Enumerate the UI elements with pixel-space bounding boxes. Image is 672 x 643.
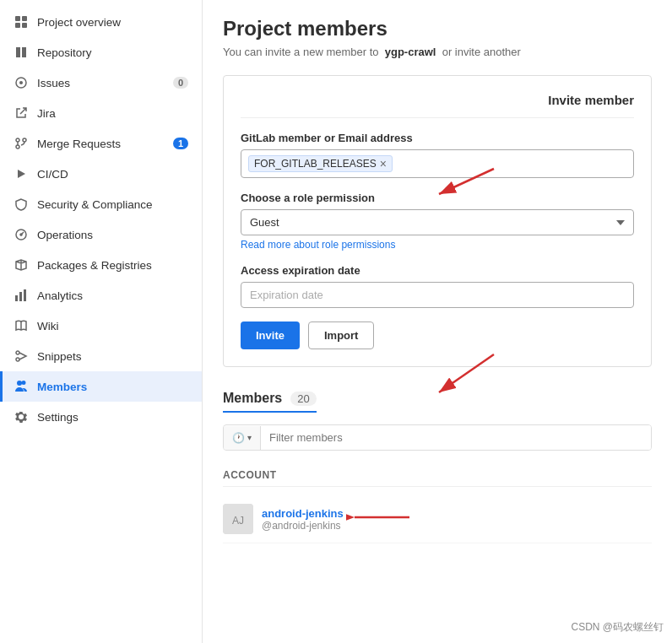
book-icon [14,45,29,60]
svg-point-10 [20,234,22,235]
tag-value: FOR_GITLAB_RELEASES [254,158,377,170]
svg-point-14 [16,351,19,354]
expiration-label: Access expiration date [241,264,634,277]
sidebar-label: Snippets [37,350,188,363]
chevron-down-icon: ▾ [247,433,252,442]
sidebar-label: Members [37,381,188,393]
sidebar-item-settings[interactable]: Settings [0,402,202,432]
sidebar-item-ci-cd[interactable]: CI/CD [0,159,202,189]
clock-icon: 🕐 [232,432,245,444]
sidebar-label: Repository [37,46,188,59]
sidebar-label: Jira [37,107,188,120]
sidebar-label: Operations [37,229,188,241]
role-input-group: Choose a role permission Guest Read more… [241,192,634,251]
member-tag[interactable]: FOR_GITLAB_RELEASES × [248,155,393,172]
sidebar: Project overview Repository Issues 0 Jir… [0,0,203,643]
svg-point-6 [16,138,19,142]
filter-icon-button[interactable]: 🕐 ▾ [224,426,261,450]
filter-row: 🕐 ▾ [223,424,652,451]
gauge-icon [14,227,29,242]
member-handle: @android-jenkins [262,520,652,532]
invite-card-title: Invite member [241,93,634,118]
sidebar-label: CI/CD [37,168,188,181]
sidebar-item-wiki[interactable]: Wiki [0,311,202,341]
svg-rect-1 [22,16,27,21]
tag-close-button[interactable]: × [380,158,387,170]
members-section-header: Members 20 [223,391,317,413]
member-name[interactable]: android-jenkins [262,507,652,520]
svg-text:AJ: AJ [232,515,244,527]
member-info: android-jenkins @android-jenkins [262,507,652,532]
svg-rect-13 [24,289,26,301]
read-more-link[interactable]: Read more about role permissions [241,239,634,251]
sidebar-label: Security & Compliance [37,198,188,211]
svg-rect-3 [22,23,27,28]
member-row: AJ android-jenkins @android-jenkins [223,495,652,543]
shield-icon [14,197,29,212]
sidebar-item-repository[interactable]: Repository [0,37,202,68]
sidebar-label: Packages & Registries [37,259,188,272]
sidebar-item-snippets[interactable]: Snippets [0,341,202,371]
box-icon [14,257,29,273]
sidebar-item-analytics[interactable]: Analytics [0,280,202,311]
sidebar-label: Merge Requests [37,138,173,150]
sidebar-label: Wiki [37,320,188,332]
sidebar-item-operations[interactable]: Operations [0,219,202,250]
scissors-icon [14,349,29,364]
role-select[interactable]: Guest [241,209,634,235]
invite-card: Invite member GitLab member or Email add… [223,75,652,367]
sidebar-label: Project overview [37,16,188,29]
invite-button[interactable]: Invite [241,322,300,349]
member-input-group: GitLab member or Email address FOR_GITLA… [241,132,634,178]
page-subtitle: You can invite a new member to ygp-crawl… [223,46,652,58]
role-label: Choose a role permission [241,192,634,204]
main-content: Project members You can invite a new mem… [203,0,672,643]
svg-point-15 [16,358,19,361]
expiration-date-input[interactable] [241,282,634,308]
svg-point-7 [23,138,26,142]
page-title: Project members [223,17,652,41]
member-tag-input[interactable]: FOR_GITLAB_RELEASES × [241,149,634,178]
filter-members-input[interactable] [261,425,651,450]
sidebar-item-packages-registries[interactable]: Packages & Registries [0,250,202,280]
sidebar-item-merge-requests[interactable]: Merge Requests 1 [0,128,202,159]
svg-rect-11 [15,295,18,301]
sidebar-item-security-compliance[interactable]: Security & Compliance [0,189,202,219]
svg-point-8 [16,145,19,149]
members-count: 20 [290,392,316,406]
svg-rect-2 [15,23,20,28]
svg-rect-12 [19,292,22,301]
gear-icon [14,409,29,424]
sidebar-label: Analytics [37,289,188,302]
import-button[interactable]: Import [308,322,374,349]
sidebar-label: Issues [37,77,173,89]
users-icon [14,379,29,394]
play-icon [14,166,29,181]
expiration-input-group: Access expiration date [241,264,634,308]
account-column-header: Account [223,464,652,487]
svg-rect-0 [15,16,20,21]
issues-badge: 0 [173,77,188,89]
merge-icon [14,136,29,151]
invite-button-row: Invite Import [241,322,634,349]
merge-requests-badge: 1 [173,138,188,149]
grid-icon [14,14,29,30]
watermark: CSDN @码农螺丝钉 [571,620,664,635]
circle-dot-icon [14,75,29,90]
sidebar-label: Settings [37,411,188,424]
member-avatar: AJ [223,504,253,534]
sidebar-item-issues[interactable]: Issues 0 [0,68,202,98]
chart-bar-icon [14,288,29,303]
svg-point-5 [19,81,23,84]
book-open-icon [14,318,29,333]
project-name: ygp-crawl [385,46,436,58]
sidebar-item-project-overview[interactable]: Project overview [0,7,202,37]
member-input-label: GitLab member or Email address [241,132,634,144]
sidebar-item-jira[interactable]: Jira [0,98,202,128]
sidebar-item-members[interactable]: Members [0,371,202,402]
members-title: Members [223,391,282,406]
external-link-icon [14,105,29,121]
